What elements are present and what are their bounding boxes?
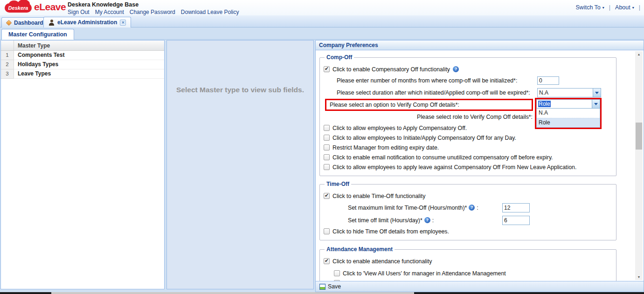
comp-off-fieldset: Comp-Off Click to enable Compensatory Of… xyxy=(319,54,616,176)
verify-option-label: Please select an option to Verify Comp O… xyxy=(325,99,533,111)
my-account-link[interactable]: My Account xyxy=(95,9,124,15)
time-off-legend: Time-Off xyxy=(325,181,351,187)
time-off-month-limit-input[interactable] xyxy=(502,203,530,212)
time-off-day-limit-label: Set time off limit (Hours/day)* xyxy=(348,217,422,224)
restrict-manager-label: Restrict Manager from editing expiry dat… xyxy=(332,144,439,151)
user-icon xyxy=(48,20,55,26)
comp-off-months-row: Please enter number of months from where… xyxy=(324,75,612,87)
time-off-month-limit-row: Set maximum limit for Time-Off (Hours/mo… xyxy=(324,201,612,214)
change-password-link[interactable]: Change Password xyxy=(130,9,175,15)
tab-master-configuration[interactable]: Master Configuration xyxy=(1,29,74,40)
comp-off-legend: Comp-Off xyxy=(325,54,354,61)
dropdown-option-role[interactable]: Role xyxy=(537,118,600,127)
footer-toolbar: Save xyxy=(316,281,644,292)
enable-attendance-checkbox[interactable] xyxy=(324,258,330,264)
switch-to-label: Switch To xyxy=(576,4,601,11)
help-icon[interactable]: ? xyxy=(424,217,430,223)
company-preferences-panel: Company Preferences Comp-Off Click to en… xyxy=(315,40,644,292)
initiate-comp-off-row: Click to allow employees to Initiate/App… xyxy=(324,133,612,143)
bottom-edge xyxy=(0,292,644,294)
verify-option-highlight: Role N.A Role xyxy=(535,98,602,129)
verify-option-dropdown-list: N.A Role xyxy=(536,109,600,128)
master-type-column-header[interactable]: Master Type xyxy=(14,41,164,50)
enable-comp-off-checkbox[interactable] xyxy=(324,66,330,72)
placeholder-text: Select Master type to view sub fields. xyxy=(167,86,313,94)
comp-off-months-input[interactable] xyxy=(537,76,559,85)
deskera-logo-icon: Deskera xyxy=(5,3,32,13)
initiate-comp-off-label: Click to allow employees to Initiate/App… xyxy=(332,135,516,141)
scroll-up-icon[interactable]: ▲ xyxy=(635,53,643,56)
tab-dashboard[interactable]: Dashboard xyxy=(1,17,48,27)
product-name: eLeave xyxy=(34,1,66,13)
enable-time-off-checkbox[interactable] xyxy=(324,193,330,199)
time-off-day-limit-input[interactable] xyxy=(502,216,530,225)
help-icon[interactable]: ? xyxy=(469,205,475,211)
chevron-down-icon: ▾ xyxy=(632,6,634,10)
app-header: Deskera eLeave Deskera Knowledge Base Si… xyxy=(0,0,644,15)
save-icon xyxy=(319,284,325,290)
save-button-label: Save xyxy=(328,283,341,290)
comp-off-duration-row: Please select duration after which initi… xyxy=(324,87,612,99)
verify-option-row: Please select an option to Verify Comp O… xyxy=(324,99,612,111)
time-off-day-limit-labelwrap: Set time off limit (Hours/day)* ? : xyxy=(324,217,502,224)
dropdown-option-na[interactable]: N.A xyxy=(537,109,600,118)
leave-against-comp-off-row: Click to allow employees to apply leave … xyxy=(324,162,612,172)
sub-tabstrip: Master Configuration xyxy=(0,27,644,40)
enable-time-off-row: Click to enable Time-Off functionality xyxy=(324,191,612,201)
verify-option-select[interactable]: Role xyxy=(536,99,600,109)
restrict-manager-row: Restrict Manager from editing expiry dat… xyxy=(324,143,612,152)
time-off-day-limit-row: Set time off limit (Hours/day)* ? : xyxy=(324,214,612,226)
comp-off-duration-select[interactable]: N.A xyxy=(537,88,601,97)
knowledge-base-block: Deskera Knowledge Base Sign Out My Accou… xyxy=(68,1,239,15)
initiate-comp-off-checkbox[interactable] xyxy=(324,135,330,141)
enable-comp-off-label: Click to enable Compensatory Off functio… xyxy=(332,66,450,73)
apply-comp-off-label: Click to allow employees to Apply Compen… xyxy=(332,125,467,131)
email-notification-label: Click to enable email notification to co… xyxy=(332,154,553,161)
restrict-manager-checkbox[interactable] xyxy=(324,144,330,150)
about-label: About xyxy=(615,4,630,11)
email-notification-checkbox[interactable] xyxy=(324,154,330,160)
view-all-users-checkbox[interactable] xyxy=(334,270,340,276)
dropdown-arrow-icon[interactable] xyxy=(592,100,600,108)
selected-value: Role xyxy=(537,100,592,108)
selected-value: N.A xyxy=(538,89,593,97)
close-icon[interactable]: ✕ xyxy=(120,20,126,26)
table-row[interactable]: 2 Holidays Types xyxy=(1,60,164,69)
enable-attendance-row: Click to enable attendance functionality xyxy=(324,256,612,267)
view-all-users-label: Click to 'View All Users' for manager in… xyxy=(343,270,506,277)
time-off-month-limit-label: Set maximum limit for Time-Off (Hours/mo… xyxy=(348,205,467,211)
grid-header: Master Type xyxy=(1,41,164,51)
attendance-fieldset: Attendance Management Click to enable at… xyxy=(319,246,616,281)
dashboard-icon xyxy=(6,20,12,26)
row-number: 2 xyxy=(1,60,14,69)
main-tabstrip: Dashboard eLeave Administration ✕ xyxy=(0,15,644,27)
selected-option-text: Role xyxy=(538,101,551,107)
master-type-cell: Components Test xyxy=(14,51,164,60)
header-links: Sign Out My Account Change Password Down… xyxy=(68,9,239,15)
enable-comp-off-row: Click to enable Compensatory Off functio… xyxy=(324,64,612,75)
download-leave-policy-link[interactable]: Download Leave Policy xyxy=(181,9,239,15)
colon: : xyxy=(477,205,478,211)
switch-to-menu[interactable]: Switch To ▾ xyxy=(576,4,604,11)
save-button[interactable]: Save xyxy=(319,283,341,290)
scroll-down-icon[interactable]: ▼ xyxy=(635,275,643,279)
panel-title: Company Preferences xyxy=(316,41,644,50)
knowledge-base-title[interactable]: Deskera Knowledge Base xyxy=(68,1,239,8)
apply-comp-off-checkbox[interactable] xyxy=(324,125,330,131)
help-icon[interactable]: ? xyxy=(453,66,459,72)
about-menu[interactable]: About ▾ xyxy=(615,4,634,11)
vertical-scrollbar[interactable]: ▲ ▼ xyxy=(635,51,643,280)
master-type-cell: Leave Types xyxy=(14,69,164,79)
table-row[interactable]: 1 Components Test xyxy=(1,51,164,60)
tab-eleave-administration[interactable]: eLeave Administration ✕ xyxy=(43,17,131,27)
sub-fields-panel: Select Master type to view sub fields. xyxy=(166,40,314,289)
leave-against-comp-off-checkbox[interactable] xyxy=(324,164,330,170)
dropdown-arrow-icon[interactable] xyxy=(593,89,601,97)
enable-time-off-label: Click to enable Time-Off functionality xyxy=(332,193,425,199)
hide-time-off-checkbox[interactable] xyxy=(324,228,330,234)
scrollbar-thumb[interactable] xyxy=(636,123,642,150)
table-row[interactable]: 3 Leave Types xyxy=(1,69,164,79)
row-number: 1 xyxy=(1,51,14,60)
master-type-panel: Master Type 1 Components Test 2 Holidays… xyxy=(0,40,165,289)
sign-out-link[interactable]: Sign Out xyxy=(68,9,90,15)
